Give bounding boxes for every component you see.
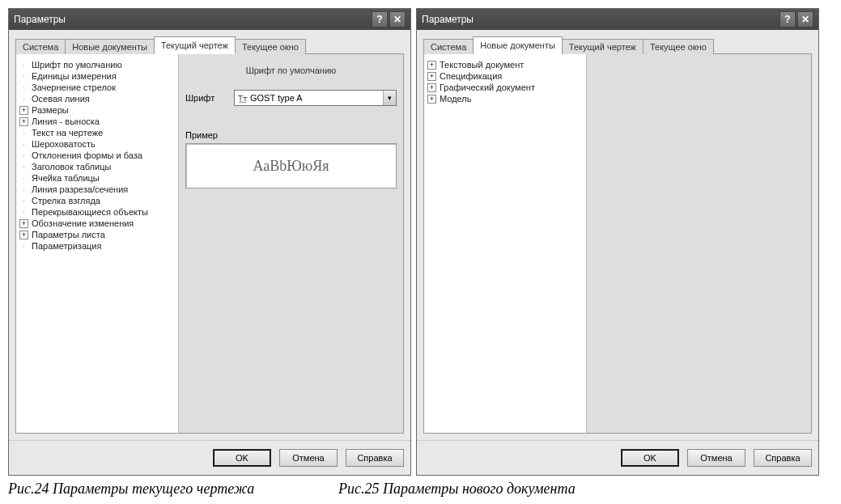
tree-branch-icon: · xyxy=(19,83,28,92)
tab-new-documents[interactable]: Новые документы xyxy=(65,39,155,54)
tabpanel: ·Шрифт по умолчанию·Единицы измерения·За… xyxy=(15,53,404,434)
tree-branch-icon: · xyxy=(19,128,28,138)
dialog-buttons: OK Отмена Справка xyxy=(417,440,818,475)
help-button[interactable]: Справка xyxy=(754,449,812,467)
tree-branch-icon: · xyxy=(19,139,28,149)
tree-item-label: Текст на чертеже xyxy=(32,128,103,138)
tabstrip: Система Новые документы Текущий чертеж Т… xyxy=(15,36,404,54)
tab-current-window[interactable]: Текущее окно xyxy=(643,39,714,54)
tree-item[interactable]: ·Осевая линия xyxy=(19,93,175,104)
caption-right: Рис.25 Параметры нового документа xyxy=(338,481,576,498)
tree-item-label: Обозначение изменения xyxy=(32,218,134,228)
tree-item[interactable]: ·Заголовок таблицы xyxy=(19,161,175,172)
tree-branch-icon: · xyxy=(19,94,28,104)
tree-item[interactable]: +Линия - выноска xyxy=(19,116,175,127)
tree-item[interactable]: +Модель xyxy=(427,93,583,104)
help-button[interactable]: Справка xyxy=(346,449,404,467)
close-icon: ✕ xyxy=(393,14,401,25)
expand-icon[interactable]: + xyxy=(427,72,436,81)
tree-item[interactable]: +Текстовый документ xyxy=(427,59,583,70)
expand-icon[interactable]: + xyxy=(19,106,28,115)
expand-icon[interactable]: + xyxy=(427,95,436,104)
tree-branch-icon: · xyxy=(19,60,28,70)
font-label: Шрифт xyxy=(185,93,226,103)
tree-item[interactable]: ·Текст на чертеже xyxy=(19,127,175,138)
tree-pane: ·Шрифт по умолчанию·Единицы измерения·За… xyxy=(16,54,178,433)
tree-item[interactable]: ·Перекрывающиеся объекты xyxy=(19,206,175,218)
tabpanel: +Текстовый документ+Спецификация+Графиче… xyxy=(423,53,812,434)
tree-item[interactable]: ·Шероховатость xyxy=(19,138,175,150)
settings-pane-empty xyxy=(586,54,811,433)
font-preview: АаВbЮюЯя xyxy=(185,143,397,188)
titlebar: Параметры ? ✕ xyxy=(9,9,410,30)
tree-item-label: Перекрывающиеся объекты xyxy=(32,207,148,217)
tree-item[interactable]: +Параметры листа xyxy=(19,229,175,240)
close-titlebar-button[interactable]: ✕ xyxy=(797,11,813,28)
tree-item-label: Графический документ xyxy=(440,83,535,92)
tree-item[interactable]: +Размеры xyxy=(19,104,175,116)
settings-pane: Шрифт по умолчанию Шрифт T͟ᴛ GOST type A… xyxy=(178,54,403,433)
chevron-down-icon: ▾ xyxy=(383,91,396,105)
tree-item[interactable]: ·Отклонения формы и база xyxy=(19,150,175,161)
tree-item[interactable]: +Графический документ xyxy=(427,82,583,93)
tab-current-window[interactable]: Текущее окно xyxy=(235,39,306,54)
tree-item[interactable]: ·Шрифт по умолчанию xyxy=(19,59,175,70)
dialog-buttons: OK Отмена Справка xyxy=(9,440,410,475)
help-titlebar-button[interactable]: ? xyxy=(372,11,388,28)
tree-branch-icon: · xyxy=(19,162,28,172)
tree-item-label: Заголовок таблицы xyxy=(32,162,111,172)
close-titlebar-button[interactable]: ✕ xyxy=(389,11,406,28)
expand-icon[interactable]: + xyxy=(427,61,436,70)
font-type-icon: T͟ᴛ xyxy=(238,94,248,103)
tree-item-label: Линия - выноска xyxy=(32,116,100,126)
dialog-parameters-left: Параметры ? ✕ Система Новые документы Те… xyxy=(8,8,411,476)
tree-item-label: Шероховатость xyxy=(32,139,96,149)
tab-new-documents[interactable]: Новые документы xyxy=(473,36,563,54)
tree-item[interactable]: ·Стрелка взгляда xyxy=(19,195,175,206)
tree-item[interactable]: ·Параметризация xyxy=(19,240,175,252)
tree-item-label: Линия разреза/сечения xyxy=(32,184,128,194)
tree-item-label: Стрелка взгляда xyxy=(32,196,100,205)
ok-button[interactable]: OK xyxy=(213,449,271,467)
cancel-button[interactable]: Отмена xyxy=(279,449,338,467)
tree-branch-icon: · xyxy=(19,241,28,251)
expand-icon[interactable]: + xyxy=(19,117,28,126)
tree-branch-icon: · xyxy=(19,184,28,194)
tree-item-label: Модель xyxy=(440,94,471,104)
section-title: Шрифт по умолчанию xyxy=(185,61,397,90)
font-dropdown[interactable]: T͟ᴛ GOST type A ▾ xyxy=(234,90,397,106)
tab-current-drawing[interactable]: Текущий чертеж xyxy=(154,36,236,54)
tab-current-drawing[interactable]: Текущий чертеж xyxy=(562,39,643,54)
expand-icon[interactable]: + xyxy=(427,83,436,92)
tree-pane: +Текстовый документ+Спецификация+Графиче… xyxy=(424,54,586,433)
tree-item[interactable]: ·Единицы измерения xyxy=(19,70,175,82)
tree-item-label: Параметры листа xyxy=(32,230,105,239)
tree-item-label: Размеры xyxy=(32,105,69,115)
tabstrip: Система Новые документы Текущий чертеж Т… xyxy=(423,36,812,54)
tree-item[interactable]: ·Зачернение стрелок xyxy=(19,82,175,93)
dialog-parameters-right: Параметры ? ✕ Система Новые документы Те… xyxy=(416,8,819,476)
tree-item[interactable]: ·Линия разреза/сечения xyxy=(19,184,175,195)
preview-label: Пример xyxy=(185,130,226,140)
tree-item[interactable]: ·Ячейка таблицы xyxy=(19,172,175,184)
help-titlebar-button[interactable]: ? xyxy=(779,11,796,28)
expand-icon[interactable]: + xyxy=(19,231,28,239)
tree-branch-icon: · xyxy=(19,71,28,81)
figure-captions: Рис.24 Параметры текущего чертежа Рис.25… xyxy=(8,481,833,498)
titlebar-text: Параметры xyxy=(14,14,372,25)
ok-button[interactable]: OK xyxy=(621,449,679,467)
close-icon: ✕ xyxy=(801,14,809,25)
tree-item-label: Зачернение стрелок xyxy=(32,83,116,92)
caption-left: Рис.24 Параметры текущего чертежа xyxy=(8,481,332,498)
cancel-button[interactable]: Отмена xyxy=(687,449,745,467)
tree-item-label: Ячейка таблицы xyxy=(32,173,100,183)
tree-item-label: Единицы измерения xyxy=(32,71,117,81)
tab-system[interactable]: Система xyxy=(15,39,66,54)
tree-branch-icon: · xyxy=(19,173,28,183)
tree-item-label: Текстовый документ xyxy=(440,60,524,70)
tree-item[interactable]: +Обозначение изменения xyxy=(19,218,175,229)
expand-icon[interactable]: + xyxy=(19,219,28,228)
tab-system[interactable]: Система xyxy=(423,39,474,54)
tree-branch-icon: · xyxy=(19,150,28,160)
tree-item[interactable]: +Спецификация xyxy=(427,70,583,82)
